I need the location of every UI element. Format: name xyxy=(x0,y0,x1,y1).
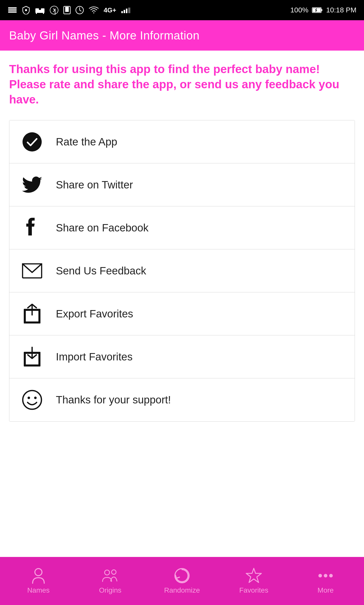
envelope-icon xyxy=(19,258,45,284)
svg-rect-17 xyxy=(129,8,130,13)
svg-rect-0 xyxy=(8,7,17,9)
import-label: Import Favorites xyxy=(56,351,132,363)
time-display: 10:18 PM xyxy=(326,6,356,14)
export-icon xyxy=(19,301,45,327)
twitter-icon xyxy=(19,172,45,198)
svg-rect-6 xyxy=(41,8,44,10)
svg-rect-2 xyxy=(8,11,17,13)
menu-icon xyxy=(8,6,17,14)
battery-icon xyxy=(312,7,323,13)
svg-rect-7 xyxy=(36,12,37,14)
bluetooth-icon xyxy=(50,6,59,15)
nav-more-label: More xyxy=(317,586,334,594)
svg-point-21 xyxy=(22,132,42,152)
svg-point-3 xyxy=(25,9,27,11)
signal-icon xyxy=(121,7,131,13)
status-bar-right: 100% 10:18 PM xyxy=(290,6,356,14)
svg-point-33 xyxy=(105,570,110,575)
svg-rect-15 xyxy=(126,9,127,13)
nav-randomize-label: Randomize xyxy=(164,586,200,594)
feedback-label: Send Us Feedback xyxy=(56,265,146,277)
svg-rect-20 xyxy=(321,9,322,11)
svg-point-9 xyxy=(50,6,58,14)
smiley-icon xyxy=(19,387,45,413)
export-label: Export Favorites xyxy=(56,308,133,320)
clock-icon xyxy=(75,6,84,14)
import-icon xyxy=(19,344,45,370)
svg-rect-14 xyxy=(124,10,125,13)
nav-item-names[interactable]: Names xyxy=(3,557,74,605)
twitter-label: Share on Twitter xyxy=(56,179,133,191)
svg-rect-13 xyxy=(121,11,123,13)
facebook-label: Share on Facebook xyxy=(56,222,149,234)
nav-item-origins[interactable]: Origins xyxy=(74,557,146,605)
rate-app-label: Rate the App xyxy=(56,136,117,148)
menu-item-twitter[interactable]: Share on Twitter xyxy=(9,163,355,206)
svg-point-34 xyxy=(111,570,116,574)
person-icon xyxy=(30,568,47,584)
main-content: Thanks for using this app to find the pe… xyxy=(0,51,364,422)
svg-point-32 xyxy=(35,569,42,576)
nav-item-favorites[interactable]: Favorites xyxy=(218,557,290,605)
menu-list: Rate the App Share on Twitter Share on F… xyxy=(9,120,355,422)
app-header-title: Baby Girl Names - More Information xyxy=(9,29,199,42)
svg-point-35 xyxy=(175,569,189,583)
svg-point-37 xyxy=(318,574,322,577)
people-icon xyxy=(102,568,118,584)
svg-rect-1 xyxy=(8,9,17,11)
menu-item-feedback[interactable]: Send Us Feedback xyxy=(9,249,355,292)
support-label: Thanks for your support! xyxy=(56,394,171,406)
svg-point-30 xyxy=(28,397,30,399)
nav-origins-label: Origins xyxy=(99,586,122,594)
nav-item-randomize[interactable]: Randomize xyxy=(146,557,218,605)
facebook-icon xyxy=(19,215,45,241)
svg-rect-11 xyxy=(65,7,69,12)
svg-point-29 xyxy=(23,391,41,409)
menu-item-support[interactable]: Thanks for your support! xyxy=(9,378,355,421)
wifi-icon xyxy=(88,6,99,14)
shield-icon xyxy=(22,6,30,14)
svg-point-39 xyxy=(329,574,333,577)
promo-text: Thanks for using this app to find the pe… xyxy=(9,62,355,107)
phone-icon xyxy=(63,6,71,14)
app-header: Baby Girl Names - More Information xyxy=(0,20,364,51)
status-bar-left: 4G+ xyxy=(8,6,131,15)
refresh-icon xyxy=(174,568,190,584)
check-circle-icon xyxy=(19,129,45,155)
menu-item-import[interactable]: Import Favorites xyxy=(9,335,355,378)
dots-icon xyxy=(317,568,334,584)
star-icon xyxy=(246,568,262,584)
network-label: 4G+ xyxy=(104,6,116,14)
status-bar: 4G+ 100% 10:18 PM xyxy=(0,0,364,20)
svg-rect-8 xyxy=(43,12,44,14)
menu-item-facebook[interactable]: Share on Facebook xyxy=(9,206,355,249)
svg-point-31 xyxy=(34,397,37,399)
menu-item-export[interactable]: Export Favorites xyxy=(9,292,355,335)
battery-percent: 100% xyxy=(290,6,309,14)
menu-item-rate[interactable]: Rate the App xyxy=(9,120,355,163)
nav-names-label: Names xyxy=(27,586,50,594)
svg-rect-5 xyxy=(35,8,39,10)
bottom-nav: Names Origins Randomize xyxy=(0,557,364,605)
nav-item-more[interactable]: More xyxy=(290,557,361,605)
svg-marker-36 xyxy=(246,568,261,582)
svg-point-38 xyxy=(324,574,327,577)
bed-icon xyxy=(35,6,45,14)
nav-favorites-label: Favorites xyxy=(239,586,268,594)
